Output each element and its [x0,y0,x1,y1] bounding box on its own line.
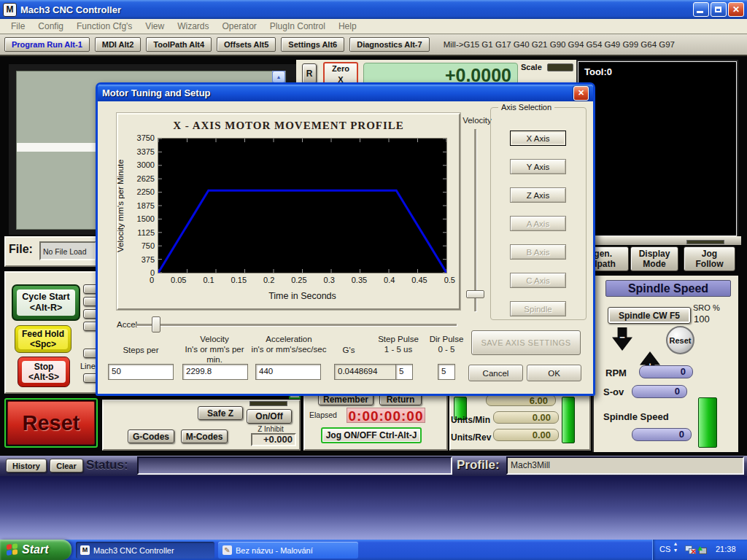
language-indicator[interactable]: CS [659,545,670,553]
reset-button[interactable]: Reset [4,398,98,448]
cycle-start-label-2: <Alt-R> [30,303,62,314]
rpm-value: 0 [639,365,693,378]
menu-item-view[interactable]: View [139,21,171,31]
scroll-up-button[interactable]: ▲ [272,71,285,83]
chart-title: X - AXIS MOTOR MOVEMENT PROFILE [118,120,459,132]
taskbar-task-paint[interactable]: ✎ Bez názvu - Malování [218,542,358,559]
steps-per-input[interactable]: 50 [108,364,174,380]
g-codes-button[interactable]: G-Codes [128,429,174,443]
sov-value: 0 [632,385,687,398]
mach3-screen: M Mach3 CNC Controller ✕ File Config Fun… [0,0,747,560]
display-mode-button[interactable]: Display Mode [630,246,678,271]
velocity-input[interactable]: 2299.8 [182,364,248,380]
safe-z-button[interactable]: Safe Z [198,406,243,420]
units-rev-label: Units/Rev [451,432,492,441]
system-tray: CS ▴ ▾ ✕ ▴ 21:38 [652,540,747,560]
step-pulse-input[interactable]: 5 [395,364,413,380]
dialog-title: Motor Tuning and Setup [102,88,211,98]
x-tick-label: 0.15 [231,276,247,284]
tray-up-icon[interactable]: ▴ [674,540,677,547]
file-label: File: [9,243,33,256]
axis-button-a[interactable]: A Axis [510,216,566,231]
close-button[interactable]: ✕ [728,2,744,17]
restore-button[interactable] [711,2,727,17]
device-arrow-icon: ▴ [698,543,703,553]
axis-selection-legend: Axis Selection [498,103,554,112]
tab-settings[interactable]: Settings Alt6 [281,37,344,52]
toolpath-display[interactable]: Tool:0 [578,61,737,236]
accel-slider-track[interactable] [136,324,457,326]
tab-offsets[interactable]: Offsets Alt5 [217,37,276,52]
clear-button[interactable]: Clear [50,459,83,472]
accel-slider-thumb[interactable] [152,316,160,332]
x-tick-label: 0.2 [263,276,274,284]
menu-item-wizards[interactable]: Wizards [171,21,215,31]
windows-logo-icon [7,543,18,556]
menu-item-operator[interactable]: Operator [216,21,263,31]
cycle-start-label-1: Cycle Start [22,292,69,303]
axis-button-b[interactable]: B Axis [510,244,566,260]
stop-button[interactable]: Stop <Alt-S> [18,357,70,387]
menu-item-function-cfgs[interactable]: Function Cfg's [70,21,139,31]
display-mode-label-1: Display [639,249,670,259]
status-bar: History Clear Status: Profile: Mach3Mill [0,456,747,476]
dialog-titlebar[interactable]: Motor Tuning and Setup ✕ [98,85,593,101]
minimize-button[interactable] [693,2,709,17]
spindle-speed-bar [698,397,717,448]
jog-follow-button[interactable]: Jog Follow [684,246,735,271]
tab-bar: Program Run Alt-1 MDI Alt2 ToolPath Alt4… [0,34,747,56]
profile-field: Mach3Mill [506,456,744,475]
dialog-close-button[interactable]: ✕ [573,86,589,101]
m-codes-button[interactable]: M-Codes [181,429,228,443]
step-pulse-label: Step Pulse 1 - 5 us [375,334,422,354]
y-tick-label: 2625 [137,175,155,183]
start-button[interactable]: Start [0,540,71,560]
tray-down-icon[interactable]: ▾ [674,547,677,553]
menu-item-help[interactable]: Help [332,21,363,31]
velocity-slider-thumb[interactable] [466,290,484,298]
menu-item-file[interactable]: File [4,21,31,31]
tab-toolpath[interactable]: ToolPath Alt4 [146,37,212,52]
x-axis-ticks: 00.050.10.150.20.250.30.350.40.450.5 [150,276,455,284]
velocity-slider-track[interactable] [474,129,476,311]
cancel-button[interactable]: Cancel [468,365,523,381]
taskbar-task-mach3[interactable]: M Mach3 CNC Controller [76,542,214,559]
spindle-speed-value: 0 [632,428,692,441]
sro-reset-button[interactable]: Reset [666,326,694,354]
menu-item-plugin-control[interactable]: PlugIn Control [263,21,332,31]
gs-label: G's [333,345,365,355]
tab-diagnostics[interactable]: Diagnostics Alt-7 [349,37,429,52]
feed-hold-button[interactable]: Feed Hold <Spc> [15,325,71,353]
network-status-icon[interactable]: ✕ [685,545,695,554]
axis-button-z[interactable]: Z Axis [510,187,566,203]
task-label: Bez názvu - Malování [236,546,313,555]
profile-label: Profile: [457,458,500,472]
axis-button-c[interactable]: C Axis [510,273,566,288]
feedrate-value: 6.00 [486,394,556,406]
cycle-start-button[interactable]: Cycle Start <Alt-R> [12,284,80,321]
axis-button-y[interactable]: Y Axis [510,159,566,174]
axis-button-spindle[interactable]: Spindle [510,301,566,316]
save-axis-settings-button[interactable]: SAVE AXIS SETTINGS [471,330,581,355]
x-tick-label: 0.35 [352,276,367,284]
on-off-button[interactable]: On/Off [247,409,292,424]
menu-item-config[interactable]: Config [31,21,70,31]
stop-label-2: <Alt-S> [28,372,59,382]
jog-onoff-button[interactable]: Jog ON/OFF Ctrl-Alt-J [321,427,422,443]
ok-button[interactable]: OK [527,365,581,381]
spindle-cw-button[interactable]: Spindle CW F5 [608,307,691,324]
ref-button[interactable]: R [302,63,317,84]
axis-button-x[interactable]: X Axis [510,131,566,146]
screen-background-gradient [0,476,747,540]
units-bar [562,397,575,443]
acceleration-input[interactable]: 440 [255,364,321,380]
tab-mdi[interactable]: MDI Alt2 [95,37,142,52]
history-button[interactable]: History [6,459,47,472]
tab-program-run[interactable]: Program Run Alt-1 [4,37,90,52]
scale-label: Scale [521,63,550,72]
accel-field-label-1: Acceleration [251,334,327,344]
y-tick-label: 375 [142,256,155,264]
accel-slider-label: Accel [117,319,137,330]
safely-remove-icon[interactable]: ▴ [698,545,707,553]
dir-pulse-input[interactable]: 5 [438,364,455,380]
